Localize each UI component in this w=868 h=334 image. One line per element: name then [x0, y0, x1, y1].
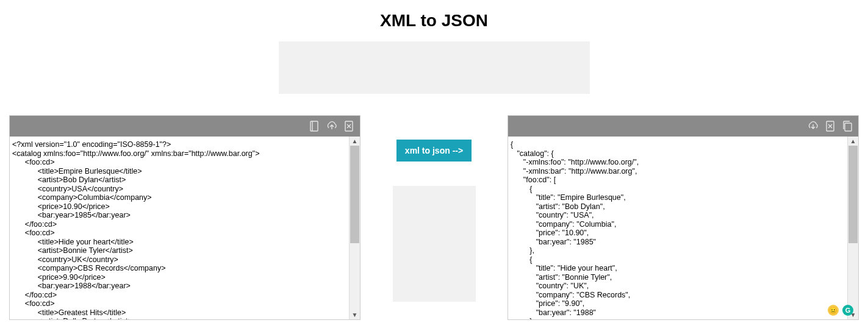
scroll-track[interactable] — [350, 146, 360, 310]
scroll-track[interactable] — [848, 146, 858, 310]
book-icon[interactable] — [309, 119, 321, 133]
feedback-face-icon[interactable]: 😐 — [828, 305, 839, 316]
xml-content[interactable]: <?xml version="1.0" encoding="ISO-8859-1… — [10, 137, 349, 319]
xml-panel: <?xml version="1.0" encoding="ISO-8859-1… — [9, 115, 360, 320]
copy-icon[interactable] — [841, 119, 853, 133]
middle-ad-placeholder — [393, 186, 476, 302]
download-icon[interactable] — [807, 119, 819, 133]
svg-rect-3 — [845, 123, 852, 131]
center-column: xml to json --> — [360, 115, 508, 302]
xml-editor[interactable]: <?xml version="1.0" encoding="ISO-8859-1… — [10, 137, 360, 319]
clear-icon[interactable] — [343, 119, 355, 133]
svg-rect-0 — [310, 121, 318, 131]
scroll-thumb[interactable] — [350, 146, 359, 243]
scroll-thumb[interactable] — [848, 146, 858, 243]
convert-button[interactable]: xml to json --> — [396, 140, 472, 162]
corner-badges: 😐 G — [828, 305, 853, 316]
json-content[interactable]: { "catalog": { "-xmlns:foo": "http://www… — [508, 137, 847, 319]
top-ad-placeholder — [279, 41, 590, 94]
scroll-up-icon[interactable]: ▲ — [352, 137, 358, 146]
upload-icon[interactable] — [326, 119, 338, 133]
json-toolbar — [508, 116, 858, 137]
grammarly-icon[interactable]: G — [842, 305, 853, 316]
json-panel: { "catalog": { "-xmlns:foo": "http://www… — [508, 115, 859, 320]
xml-scrollbar[interactable]: ▲ ▼ — [349, 137, 360, 319]
editor-row: <?xml version="1.0" encoding="ISO-8859-1… — [9, 115, 859, 322]
xml-toolbar — [10, 116, 360, 137]
json-editor[interactable]: { "catalog": { "-xmlns:foo": "http://www… — [508, 137, 858, 319]
scroll-down-icon[interactable]: ▼ — [352, 310, 358, 319]
json-scrollbar[interactable]: ▲ ▼ — [847, 137, 858, 319]
scroll-up-icon[interactable]: ▲ — [850, 137, 856, 146]
clear-icon[interactable] — [824, 119, 836, 133]
page-title: XML to JSON — [0, 11, 868, 30]
